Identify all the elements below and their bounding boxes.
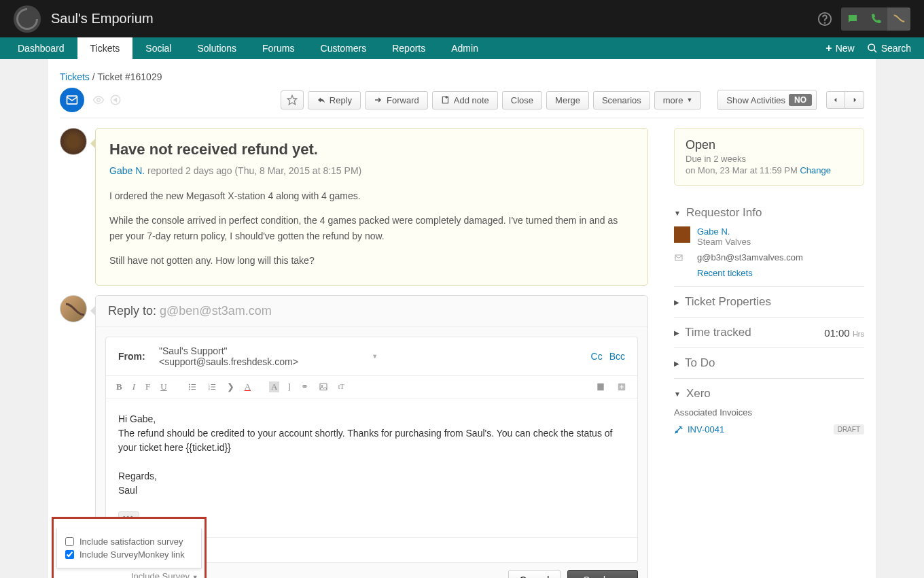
svg-rect-12 [191,386,196,387]
agent-avatar [60,295,87,322]
nav-solutions[interactable]: Solutions [184,37,249,59]
show-activities-button[interactable]: Show Activities NO [717,90,817,110]
ticket-message: Have not received refund yet. Gabe N. re… [95,128,648,286]
requester-avatar [60,128,87,155]
nav-forums[interactable]: Forums [249,37,307,59]
text-color-button[interactable]: A [243,380,253,394]
svg-text:3: 3 [208,388,210,391]
editor-body[interactable]: Hi Gabe, The refund should be credited t… [106,398,637,537]
number-list-button[interactable]: 123 [205,381,219,392]
italic-button[interactable]: I [130,380,137,394]
from-value[interactable]: "Saul's Support" <support@sauls.freshdes… [159,345,365,367]
add-note-button[interactable]: Add note [432,91,498,109]
whip-icon[interactable] [887,7,910,31]
requestor-company: Steam Valves [697,237,751,247]
nav-admin[interactable]: Admin [438,37,491,59]
close-button[interactable]: Close [502,91,542,109]
more-dropdown[interactable]: more ▼ [654,91,702,109]
nav-tickets[interactable]: Tickets [77,37,133,59]
next-ticket-button[interactable] [845,91,864,109]
svg-point-22 [321,385,323,386]
prev-ticket-button[interactable] [826,91,845,109]
bcc-link[interactable]: Bcc [609,351,625,362]
from-label: From: [118,351,159,362]
associated-invoices-label: Associated Invoices [674,407,864,418]
align-button[interactable]: ] [285,380,292,394]
from-dropdown-icon[interactable]: ▼ [372,353,378,360]
xero-heading[interactable]: ▼ Xero [674,387,864,401]
svg-point-2 [868,44,874,50]
scenarios-button[interactable]: Scenarios [593,91,650,109]
bullet-list-button[interactable] [185,381,199,392]
svg-rect-15 [211,384,215,385]
svg-rect-10 [191,384,196,385]
reply-button[interactable]: Reply [308,91,361,109]
change-due-link[interactable]: Change [800,165,831,175]
chat-icon[interactable] [841,7,864,31]
recent-tickets-link[interactable]: Recent tickets [697,268,864,278]
topbar: Saul's Emporium [0,0,924,37]
image-button[interactable] [317,381,330,392]
svg-rect-17 [211,389,215,390]
invoice-link[interactable]: INV-0041 [688,424,724,435]
todo-heading[interactable]: ▶ To Do [674,356,864,370]
forward-button[interactable]: Forward [365,91,428,109]
watch-icon[interactable] [91,94,106,106]
star-button[interactable] [281,90,304,109]
edit-icon[interactable] [109,94,122,106]
include-surveymonkey-label: Include SurveyMonkey link [79,549,185,560]
status-panel: Open Due in 2 weeks on Mon, 23 Mar at 11… [674,128,864,186]
requestor-info-heading[interactable]: ▼ Requestor Info [674,206,864,220]
svg-point-11 [189,386,190,388]
include-surveymonkey-checkbox[interactable] [65,550,74,559]
brand-name: Saul's Emporium [51,11,154,27]
ticket-status: Open [686,138,853,152]
include-satisfaction-label: Include satisfaction survey [79,537,183,547]
link-button[interactable]: ⚭ [299,380,310,394]
app-logo[interactable] [14,5,41,33]
sidebar: Open Due in 2 weeks on Mon, 23 Mar at 11… [674,128,864,578]
time-tracked-heading[interactable]: ▶ Time tracked 01:00 Hrs [674,326,864,339]
reply-to-email: g@ben@st3am.com [160,304,272,318]
svg-marker-7 [287,95,296,104]
requestor-name-link[interactable]: Gabe N. [697,226,751,237]
indent-button[interactable]: ❯ [225,380,236,394]
nav-customers[interactable]: Customers [308,37,380,59]
font-button[interactable]: F [143,380,152,394]
reporter-name[interactable]: Gabe N. [109,165,145,176]
nav-dashboard[interactable]: Dashboard [5,37,77,59]
canned-response-button[interactable] [593,381,608,393]
text-size-button[interactable]: tT [336,381,346,392]
invoice-icon [674,425,683,435]
send-button[interactable]: Send▲ [567,570,638,578]
svg-point-5 [97,99,101,102]
ticket-body: I ordered the new Megasoft X-station 4 a… [109,188,634,269]
highlight-button[interactable]: A [269,381,279,392]
search-button[interactable]: Search [867,43,911,54]
ticket-properties-heading[interactable]: ▶ Ticket Properties [674,295,864,309]
reply-header: Reply to: g@ben@st3am.com [96,296,647,327]
new-button[interactable]: + New [825,42,854,54]
cc-link[interactable]: Cc [591,351,603,362]
requestor-email: g@b3n@st3amvalves.com [697,252,803,262]
email-icon [674,254,690,262]
phone-icon[interactable] [864,7,887,31]
underline-button[interactable]: U [158,380,168,394]
editor-toolbar: B I F U 123 ❯ [106,376,637,398]
include-survey-dropdown[interactable]: Include Survey ▼ [56,568,202,578]
help-icon[interactable] [814,8,836,30]
cancel-button[interactable]: Cancel [508,570,561,578]
solutions-button[interactable] [614,381,629,393]
merge-button[interactable]: Merge [546,91,589,109]
ticket-meta: Gabe N. reported 2 days ago (Thu, 8 Mar,… [109,165,634,176]
ticket-due: Due in 2 weeks [686,154,853,164]
nav-social[interactable]: Social [132,37,184,59]
main-content: Tickets / Ticket #161029 Reply [47,59,877,578]
svg-rect-21 [320,384,327,390]
nav-reports[interactable]: Reports [379,37,438,59]
breadcrumb-root[interactable]: Tickets [60,71,90,82]
bold-button[interactable]: B [114,380,124,394]
svg-point-9 [189,384,190,385]
svg-line-3 [874,50,876,52]
include-satisfaction-checkbox[interactable] [65,537,74,546]
